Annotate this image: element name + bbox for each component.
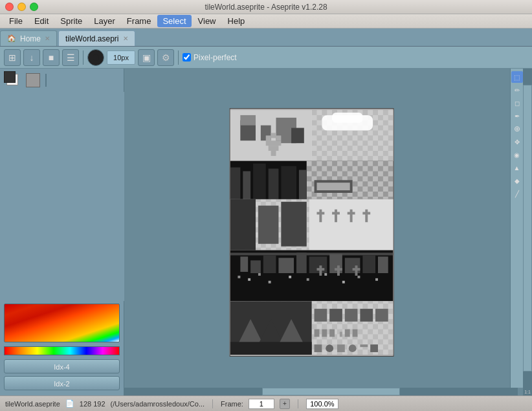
svg-rect-37	[230, 199, 256, 250]
svg-rect-20	[271, 133, 276, 138]
svg-rect-87	[375, 309, 388, 322]
content-area: 1:1 ⬚ ✏ ◻ ✒ ⊕ ✥ ◉ ▲ ◆ ╱	[124, 69, 532, 395]
toolbar-settings-btn[interactable]: ⚙	[157, 49, 174, 66]
tool-bucket[interactable]: ▲	[511, 162, 523, 173]
svg-rect-86	[360, 309, 373, 322]
svg-rect-21	[276, 135, 281, 140]
menu-layer[interactable]: Layer	[89, 15, 120, 27]
tab-home-close[interactable]: ✕	[45, 35, 50, 42]
svg-rect-85	[345, 309, 358, 322]
menu-frame[interactable]: Frame	[122, 15, 157, 27]
svg-rect-99	[370, 344, 378, 352]
tab-tileworld-close[interactable]: ✕	[123, 35, 128, 42]
tool-pen[interactable]: ✒	[511, 110, 523, 122]
toolbar-ink-btn[interactable]: ▣	[138, 49, 155, 66]
home-icon: 🏠	[7, 34, 16, 43]
window-controls[interactable]	[5, 3, 38, 11]
svg-rect-33	[299, 170, 307, 199]
svg-rect-43	[335, 209, 337, 222]
svg-rect-51	[240, 256, 248, 272]
menu-help[interactable]: Help	[223, 15, 250, 27]
svg-rect-53	[263, 255, 276, 273]
tool-line[interactable]: ╱	[511, 188, 523, 199]
svg-rect-12	[332, 112, 362, 122]
svg-rect-82	[230, 342, 312, 355]
svg-rect-98	[360, 344, 368, 347]
tool-fill[interactable]: ◉	[511, 149, 523, 161]
palette-buttons: Idx-4 Idx-2	[0, 357, 124, 393]
menu-view[interactable]: View	[193, 15, 221, 27]
toolbar-brush-preview[interactable]	[87, 49, 104, 66]
toolbar-stop-btn[interactable]: ■	[43, 49, 60, 66]
svg-rect-74	[335, 268, 342, 271]
svg-rect-89	[322, 329, 327, 337]
toolbar-down-btn[interactable]: ↓	[23, 49, 40, 66]
vertical-scrollbar[interactable]	[523, 69, 532, 388]
pixel-perfect-label[interactable]: Pixel-perfect	[183, 53, 237, 62]
maximize-button[interactable]	[30, 3, 38, 11]
idx2-button[interactable]: Idx-2	[4, 376, 120, 390]
frame-input[interactable]	[249, 399, 274, 409]
svg-rect-84	[329, 309, 342, 322]
svg-rect-19	[266, 135, 271, 140]
menu-select[interactable]: Select	[157, 15, 191, 27]
tool-erase[interactable]: ◻	[511, 97, 523, 109]
idx4-button[interactable]: Idx-4	[4, 359, 120, 373]
sprite-canvas[interactable]	[230, 108, 394, 357]
frame-next-btn[interactable]: +	[280, 399, 290, 409]
tool-zoom[interactable]: ⊕	[511, 123, 523, 135]
menu-sprite[interactable]: Sprite	[55, 15, 87, 27]
svg-point-95	[326, 344, 333, 352]
horizontal-scrollbar[interactable]	[124, 388, 518, 395]
svg-rect-38	[258, 205, 279, 243]
svg-rect-91	[340, 331, 342, 337]
brush-size-input[interactable]	[107, 50, 135, 65]
swatch-separator	[45, 74, 47, 87]
toolbar: ⊞ ↓ ■ ☰ ▣ ⚙ Pixel-perfect	[0, 47, 532, 69]
tool-pencil[interactable]: ✏	[511, 84, 523, 96]
right-tool-panel: ⬚ ✏ ◻ ✒ ⊕ ✥ ◉ ▲ ◆ ╱	[510, 69, 523, 388]
svg-rect-29	[243, 171, 250, 199]
v-scrollbar-thumb[interactable]	[523, 85, 532, 372]
minimize-button[interactable]	[17, 3, 26, 11]
tool-move[interactable]: ✥	[511, 136, 523, 148]
tab-home[interactable]: 🏠 Home ✕	[0, 30, 57, 46]
toolbar-separator-1	[83, 50, 83, 65]
svg-rect-58	[345, 258, 360, 273]
toolbar-menu-btn[interactable]: ☰	[62, 49, 79, 66]
main-area: Idx-4 Idx-2	[0, 69, 532, 395]
color-gradient[interactable]	[4, 304, 120, 342]
mid-swatch[interactable]	[26, 73, 40, 87]
zoom-input[interactable]	[306, 399, 338, 409]
pixel-perfect-checkbox[interactable]	[183, 53, 191, 61]
svg-rect-64	[269, 280, 271, 283]
svg-rect-31	[269, 168, 279, 199]
h-scrollbar-thumb[interactable]	[262, 388, 400, 395]
svg-rect-22	[266, 140, 282, 146]
menu-file[interactable]: File	[4, 15, 28, 27]
svg-rect-15	[240, 115, 256, 125]
svg-rect-69	[357, 275, 360, 278]
tab-tileworld[interactable]: tileWorld.asepri ✕	[58, 30, 135, 46]
status-bar: tileWorld.aseprite 📄 128 192 (/Users/ada…	[0, 395, 532, 411]
svg-rect-35	[316, 183, 349, 190]
svg-rect-90	[329, 329, 335, 337]
tool-selection-rect[interactable]: ⬚	[511, 71, 523, 83]
toolbar-new-btn[interactable]: ⊞	[4, 49, 21, 66]
tool-shape[interactable]: ◆	[511, 175, 523, 186]
menu-edit[interactable]: Edit	[29, 15, 54, 27]
status-doc-icon: 📄	[65, 399, 74, 408]
foreground-swatch[interactable]	[4, 71, 16, 83]
svg-rect-30	[253, 163, 266, 199]
svg-rect-54	[278, 258, 294, 273]
svg-rect-42	[316, 212, 324, 214]
status-filename: tileWorld.aseprite	[5, 400, 60, 408]
close-button[interactable]	[5, 3, 14, 11]
svg-rect-46	[348, 212, 355, 214]
svg-rect-32	[281, 166, 296, 199]
svg-rect-44	[332, 212, 340, 214]
color-strip[interactable]	[4, 346, 120, 355]
foreground-color[interactable]	[4, 71, 22, 89]
status-sep-2	[298, 399, 298, 408]
zoom-corner[interactable]: 1:1	[523, 388, 532, 395]
